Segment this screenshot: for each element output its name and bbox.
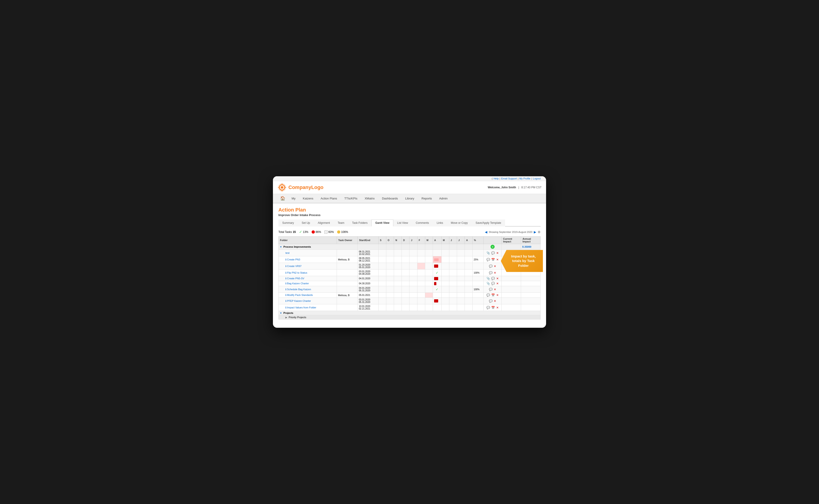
toggle-arrow-projects[interactable]: ▼ xyxy=(280,312,282,314)
task-owner-flip xyxy=(337,270,358,276)
task-link-impact[interactable]: Impact Values from Folder xyxy=(287,306,316,309)
add-task-button[interactable]: + xyxy=(490,245,495,249)
info-icon-vr97[interactable]: ℹ xyxy=(286,265,286,267)
delete-icon-t3[interactable]: ✕ xyxy=(494,271,496,275)
nav-xmatrix[interactable]: XMatrix xyxy=(361,194,378,203)
delete-icon-t0[interactable]: ✕ xyxy=(496,251,499,255)
tab-task-folders[interactable]: Task Folders xyxy=(348,219,372,227)
tab-comments[interactable]: Comments xyxy=(412,219,433,227)
comment-icon-t9[interactable]: 💬 xyxy=(486,306,490,309)
task-owner-modify: Melissa, B xyxy=(337,293,358,298)
delete-icon-t4[interactable]: ✕ xyxy=(496,277,499,280)
comment-icon-t1[interactable]: 💬 xyxy=(486,258,490,261)
attachment-icon-t4[interactable]: 📎 xyxy=(486,277,490,280)
help-link[interactable]: Help xyxy=(493,177,499,180)
task-link-modify[interactable]: Modify Pack Standards xyxy=(287,294,313,296)
tab-team[interactable]: Team xyxy=(334,219,348,227)
t0-j2 xyxy=(449,250,457,256)
t8-j xyxy=(410,298,417,304)
comment-icon-t3[interactable]: 💬 xyxy=(489,271,493,275)
calendar-icon-t7[interactable]: 📅 xyxy=(491,293,495,297)
tab-links[interactable]: Links xyxy=(433,219,447,227)
task-link-flip[interactable]: Flip PN2 to Status xyxy=(287,271,307,274)
comment-icon-t0[interactable]: 💬 xyxy=(491,251,495,255)
task-link-test[interactable]: test xyxy=(286,252,290,254)
comment-icon-t7[interactable]: 💬 xyxy=(486,293,490,297)
t6-annual-impact xyxy=(521,286,541,293)
nav-dashboards[interactable]: Dashboards xyxy=(378,194,402,203)
t2-a2 xyxy=(465,263,472,270)
comment-icon-t4[interactable]: 💬 xyxy=(491,277,495,280)
nav-ttis-kpis[interactable]: TTIs/KPIs xyxy=(341,194,361,203)
t3-a2 xyxy=(465,270,472,276)
task-link-pfep[interactable]: PFEP Kaizen Charter xyxy=(287,300,311,302)
attachment-icon-t5[interactable]: 📎 xyxy=(486,282,490,285)
next-date-arrow[interactable]: ▶ xyxy=(534,230,536,234)
delete-icon-t6[interactable]: ✕ xyxy=(494,288,496,291)
prev-date-arrow[interactable]: ◀ xyxy=(485,230,487,234)
t2-current-impact xyxy=(502,263,521,270)
calendar-icon-t1[interactable]: 📅 xyxy=(491,258,495,261)
delete-icon-t7[interactable]: ✕ xyxy=(496,293,499,297)
date-nav: ◀ Showing September 2019-August 2020 ▶ ⚙ xyxy=(485,230,541,234)
task-link-pn5sv[interactable]: Create PN5-SV xyxy=(287,277,304,280)
tab-summary[interactable]: Summary xyxy=(278,219,298,227)
company-logo-icon xyxy=(278,183,287,192)
t9-j2 xyxy=(449,304,457,311)
nav-admin[interactable]: Admin xyxy=(435,194,451,203)
info-icon-pn5sv[interactable]: ℹ xyxy=(286,277,286,280)
delete-icon-t2[interactable]: ✕ xyxy=(494,265,496,268)
info-icon-pn3[interactable]: ℹ xyxy=(286,258,286,261)
tab-list-view[interactable]: List View xyxy=(393,219,412,227)
info-icon-modify[interactable]: ℹ xyxy=(286,294,286,296)
gantt-bar-pfep xyxy=(434,299,438,302)
nav-kaizens[interactable]: Kaizens xyxy=(299,194,317,203)
my-profile-link[interactable]: My Profile xyxy=(519,177,530,180)
nav-my[interactable]: My xyxy=(288,194,299,203)
logout-link[interactable]: Logout xyxy=(533,177,541,180)
tab-alignment[interactable]: Alignment xyxy=(314,219,334,227)
t0-m1 xyxy=(425,250,433,256)
task-link-pn3[interactable]: Create PN3 xyxy=(287,258,300,261)
t0-f xyxy=(417,250,425,256)
fold-j2 xyxy=(449,244,457,250)
comment-icon-t5[interactable]: 💬 xyxy=(491,282,495,285)
t8-n xyxy=(394,298,402,304)
delete-icon-t1[interactable]: ✕ xyxy=(496,258,499,261)
task-link-vr97[interactable]: Create VR97 xyxy=(287,265,302,267)
delete-icon-t8[interactable]: ✕ xyxy=(494,299,496,303)
toggle-arrow-process[interactable]: ▼ xyxy=(280,246,282,248)
tab-move-copy[interactable]: Move or Copy xyxy=(447,219,472,227)
tab-save-template[interactable]: Save/Apply Template xyxy=(472,219,505,227)
t5-current-impact xyxy=(502,281,521,286)
attachment-icon-t0[interactable]: 📎 xyxy=(486,251,490,255)
info-icon-sched[interactable]: ℹ xyxy=(286,288,286,291)
task-link-sched[interactable]: Schedule Bag Kaizen xyxy=(287,288,311,291)
nav-action-plans[interactable]: Action Plans xyxy=(317,194,341,203)
email-support-link[interactable]: Email Support xyxy=(501,177,517,180)
info-icon-flip[interactable]: ℹ xyxy=(286,271,286,274)
t3-annual-impact xyxy=(521,270,541,276)
nav-library[interactable]: Library xyxy=(402,194,418,203)
comment-icon-t8[interactable]: 💬 xyxy=(489,299,493,303)
gantt-settings-icon[interactable]: ⚙ xyxy=(538,230,541,234)
t8-j2 xyxy=(449,298,457,304)
delete-icon-t9[interactable]: ✕ xyxy=(496,306,499,309)
t6-actions: 💬 ✕ xyxy=(483,286,501,293)
comment-icon-t6[interactable]: 💬 xyxy=(489,288,493,291)
delete-icon-t5[interactable]: ✕ xyxy=(496,282,499,285)
fold-pct xyxy=(473,244,484,250)
comment-icon-t2[interactable]: 💬 xyxy=(489,265,493,268)
info-icon-impact[interactable]: ℹ xyxy=(286,306,286,309)
task-link-bag[interactable]: Bag Kaizen Charter xyxy=(287,282,309,285)
info-icon-pfep[interactable]: ℹ xyxy=(286,300,286,302)
folder-impact-link[interactable]: $ 25000 xyxy=(522,245,531,248)
tab-setup[interactable]: Set Up xyxy=(298,219,314,227)
info-icon-bag[interactable]: ℹ xyxy=(286,282,286,285)
tab-gantt-view[interactable]: Gantt View xyxy=(372,219,393,227)
calendar-icon-t9[interactable]: 📅 xyxy=(491,306,495,309)
nav-reports[interactable]: Reports xyxy=(418,194,436,203)
t7-j2 xyxy=(449,293,457,298)
nav-home[interactable]: 🏠 xyxy=(278,194,288,203)
toggle-arrow-priority[interactable]: ▶ xyxy=(286,316,287,319)
